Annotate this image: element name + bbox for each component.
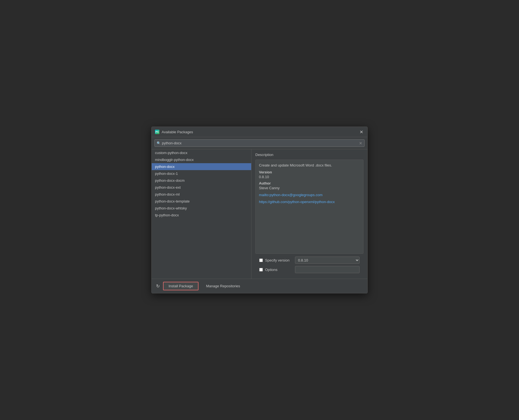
search-icon: 🔍 [157,141,161,145]
author-value: Steve Canny [259,186,360,190]
footer-buttons: Install Package Manage Repositories [163,282,245,290]
desc-summary: Create and update Microsoft Word .docx f… [259,163,360,167]
specify-version-row: Specify version 0.8.10 [259,257,360,264]
specify-version-select[interactable]: 0.8.10 [295,257,360,264]
refresh-icon: ↻ [156,284,160,288]
search-clear-button[interactable]: ✕ [359,141,362,145]
options-label: Options [265,268,293,272]
search-wrapper: 🔍 ✕ [154,139,365,147]
description-panel-title: Description [255,153,363,157]
specify-version-checkbox[interactable] [259,258,263,262]
package-item-python-docx-ext[interactable]: python-docx-ext [152,184,251,191]
bottom-options: Specify version 0.8.10 Options [255,254,363,273]
package-item-python-docx-whtsky[interactable]: python-docx-whtsky [152,205,251,212]
version-value: 0.8.10 [259,175,360,179]
refresh-button[interactable]: ↻ [155,282,161,290]
package-item-python-docx-docm[interactable]: python-docx-docm [152,177,251,184]
title-bar: PC Available Packages ✕ [152,127,367,137]
app-icon: PC [155,130,159,134]
package-item-tp-python-docx[interactable]: tp-python-docx [152,212,251,219]
description-box: Create and update Microsoft Word .docx f… [255,160,363,254]
close-button[interactable]: ✕ [358,129,364,135]
search-bar: 🔍 ✕ [152,137,367,149]
package-item-python-docx[interactable]: python-docx [152,163,251,170]
package-list: custom-python-docxmindbogglr-python-docx… [152,149,251,279]
options-row: Options [259,266,360,273]
description-panel: Description Create and update Microsoft … [251,149,367,279]
email-link[interactable]: mailto:python-docx@googlegroups.com [259,193,360,197]
options-checkbox[interactable] [259,268,263,272]
package-item-python-docx-ml[interactable]: python-docx-ml [152,191,251,198]
manage-repositories-button[interactable]: Manage Repositories [201,282,245,290]
dialog-title: Available Packages [162,130,193,134]
package-item-python-docx-1[interactable]: python-docx-1 [152,170,251,177]
main-content: custom-python-docxmindbogglr-python-docx… [152,149,367,279]
package-item-python-docx-template[interactable]: python-docx-template [152,198,251,205]
title-bar-left: PC Available Packages [155,130,193,134]
footer: ↻ Install Package Manage Repositories [152,279,367,293]
specify-version-label: Specify version [265,258,293,262]
version-label: Version [259,170,360,174]
package-item-custom-python-docx[interactable]: custom-python-docx [152,149,251,156]
options-input[interactable] [295,266,360,273]
package-item-mindbogglr-python-docx[interactable]: mindbogglr-python-docx [152,156,251,163]
github-link[interactable]: https://github.com/python-openxml/python… [259,200,360,204]
install-package-button[interactable]: Install Package [163,282,199,290]
available-packages-dialog: PC Available Packages ✕ 🔍 ✕ custom-pytho… [151,127,368,293]
search-input[interactable] [154,139,365,147]
author-label: Author [259,181,360,185]
